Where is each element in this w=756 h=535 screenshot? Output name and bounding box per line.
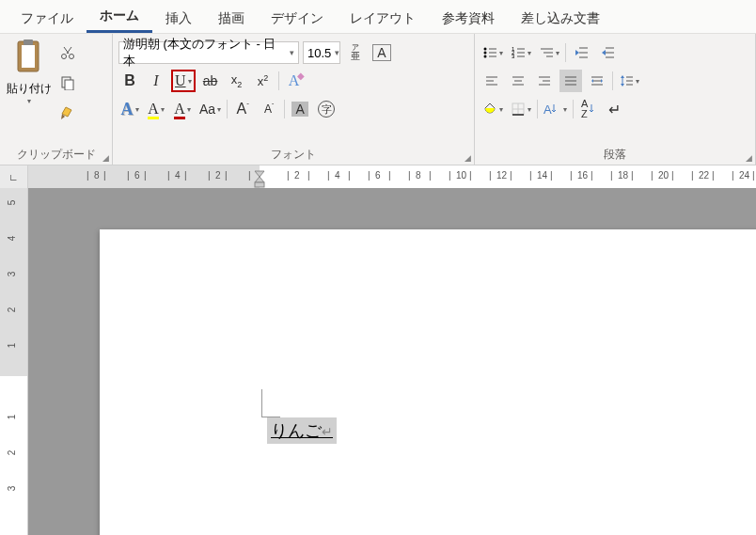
- svg-point-9: [484, 52, 487, 55]
- show-marks-button[interactable]: ↵: [604, 98, 626, 120]
- char-shading-button[interactable]: A: [289, 98, 311, 120]
- tab-file[interactable]: ファイル: [8, 3, 87, 33]
- clipboard-group-label: クリップボード: [6, 145, 106, 165]
- shading-button[interactable]: [480, 98, 505, 120]
- font-size-combo[interactable]: 10.5: [303, 41, 340, 64]
- change-case-button[interactable]: Aa: [197, 98, 223, 120]
- clipboard-launcher[interactable]: ◢: [102, 153, 109, 163]
- bullets-button[interactable]: [480, 41, 505, 64]
- phonetic-guide-button[interactable]: ア亜: [344, 41, 367, 64]
- vertical-ruler[interactable]: 54321123: [0, 188, 28, 535]
- align-center-button[interactable]: [507, 70, 529, 92]
- font-group-label: フォント: [118, 145, 468, 165]
- sort-button[interactable]: AZ: [577, 98, 600, 120]
- align-right-button[interactable]: [533, 70, 556, 92]
- align-left-button[interactable]: [480, 70, 503, 92]
- superscript-button[interactable]: x2: [252, 70, 275, 92]
- tab-design[interactable]: デザイン: [258, 3, 337, 33]
- font-name-combo[interactable]: 游明朝 (本文のフォント - 日本: [118, 41, 299, 64]
- paste-label: 貼り付け: [7, 81, 52, 97]
- svg-point-3: [62, 55, 67, 59]
- numbering-button[interactable]: 123: [509, 41, 533, 64]
- increase-indent-button[interactable]: [596, 41, 619, 64]
- borders-button[interactable]: [509, 98, 533, 120]
- text-direction-button[interactable]: A: [542, 98, 569, 120]
- italic-button[interactable]: I: [145, 70, 167, 92]
- subscript-button[interactable]: x2: [226, 70, 248, 92]
- underline-button[interactable]: U: [171, 70, 196, 92]
- line-spacing-button[interactable]: [617, 70, 641, 92]
- tab-draw[interactable]: 描画: [205, 3, 258, 33]
- tab-home[interactable]: ホーム: [87, 0, 152, 33]
- strikethrough-button[interactable]: ab: [199, 70, 222, 92]
- page-area: りんご↵: [28, 188, 756, 535]
- multilevel-list-button[interactable]: [537, 41, 561, 64]
- clear-formatting-button[interactable]: A◆: [283, 70, 306, 92]
- svg-point-11: [484, 55, 487, 58]
- paragraph-group-label: 段落: [480, 145, 749, 165]
- svg-rect-2: [24, 39, 33, 45]
- ribbon-tabbar: ファイル ホーム 挿入 描画 デザイン レイアウト 参考資料 差し込み文書: [0, 0, 756, 34]
- tab-layout[interactable]: レイアウト: [337, 3, 429, 33]
- tab-insert[interactable]: 挿入: [152, 3, 205, 33]
- distributed-button[interactable]: [586, 70, 608, 92]
- margin-corner-mark: [261, 389, 280, 417]
- svg-point-7: [484, 48, 487, 51]
- workspace: 54321123 りんご↵: [0, 188, 756, 535]
- text-effects-button[interactable]: A: [118, 98, 141, 120]
- tab-mailings[interactable]: 差し込み文書: [508, 3, 613, 33]
- svg-text:3: 3: [512, 54, 515, 59]
- font-launcher[interactable]: ◢: [465, 153, 471, 163]
- tab-selector[interactable]: ∟: [0, 165, 28, 188]
- tab-references[interactable]: 参考資料: [429, 3, 508, 33]
- document-page[interactable]: りんご↵: [100, 229, 756, 535]
- decrease-indent-button[interactable]: [570, 41, 592, 64]
- svg-rect-1: [22, 45, 35, 68]
- grow-font-button[interactable]: Aˆ: [231, 98, 254, 120]
- svg-rect-51: [255, 182, 264, 187]
- shrink-font-button[interactable]: Aˇ: [258, 98, 280, 120]
- ribbon: 貼り付け ▾ クリップボード ◢ 游明朝 (本文のフォント - 日本: [0, 34, 756, 165]
- svg-point-4: [70, 55, 74, 59]
- enclose-char-button[interactable]: 字: [315, 98, 338, 120]
- highlight-color-button[interactable]: A: [145, 98, 167, 120]
- group-clipboard: 貼り付け ▾ クリップボード ◢: [0, 34, 113, 165]
- copy-button[interactable]: [56, 71, 79, 94]
- svg-rect-6: [65, 80, 73, 90]
- cut-button[interactable]: [56, 41, 79, 64]
- bold-button[interactable]: B: [118, 70, 141, 92]
- align-justify-button[interactable]: [559, 70, 582, 92]
- format-painter-button[interactable]: [56, 102, 79, 124]
- group-paragraph: 123 A AZ ↵: [475, 34, 756, 165]
- clipboard-icon: [12, 38, 46, 75]
- ruler-row: ∟ |8||6||4||2|||2||4||6||8||10||12||14||…: [0, 165, 756, 188]
- indent-marker[interactable]: [254, 165, 265, 188]
- font-color-button[interactable]: A: [171, 98, 194, 120]
- horizontal-ruler[interactable]: |8||6||4||2|||2||4||6||8||10||12||14||16…: [28, 165, 756, 188]
- paragraph-launcher[interactable]: ◢: [746, 153, 752, 163]
- group-font: 游明朝 (本文のフォント - 日本 10.5 ア亜 A B I U ab x2 …: [113, 34, 475, 165]
- selected-text[interactable]: りんご↵: [267, 417, 337, 444]
- char-border-button[interactable]: A: [370, 41, 393, 64]
- paragraph-mark-icon: ↵: [322, 425, 333, 439]
- paste-button[interactable]: 貼り付け ▾: [6, 38, 53, 105]
